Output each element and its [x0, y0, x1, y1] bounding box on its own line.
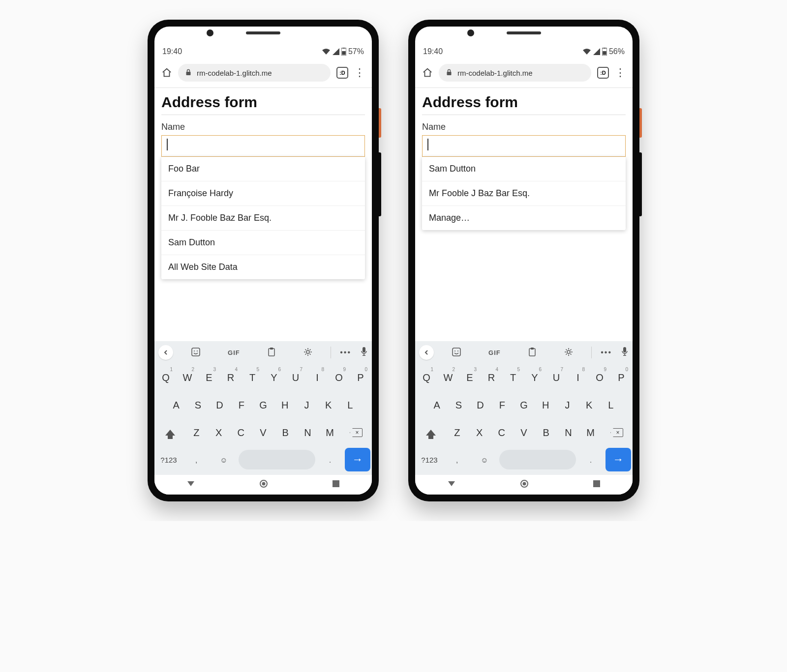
settings-icon[interactable]: [303, 347, 313, 358]
key-j[interactable]: J: [297, 393, 316, 417]
key-v[interactable]: V: [253, 420, 273, 445]
key-y[interactable]: Y6: [525, 365, 545, 390]
key-symbols[interactable]: ?123: [417, 448, 442, 471]
key-enter[interactable]: →: [345, 448, 370, 471]
autofill-option[interactable]: Manage…: [422, 206, 626, 230]
key-v[interactable]: V: [514, 420, 534, 445]
key-g[interactable]: G: [514, 393, 534, 417]
autofill-option[interactable]: All Web Site Data: [161, 255, 365, 279]
key-x[interactable]: X: [469, 420, 489, 445]
key-r[interactable]: R4: [482, 365, 501, 390]
nav-home-icon[interactable]: [259, 479, 268, 490]
key-h[interactable]: H: [536, 393, 555, 417]
url-bar[interactable]: rm-codelab-1.glitch.me: [439, 64, 591, 82]
name-input[interactable]: [422, 135, 626, 157]
key-o[interactable]: O9: [590, 365, 609, 390]
mic-icon[interactable]: [621, 347, 629, 358]
key-period[interactable]: .: [317, 448, 343, 471]
key-m[interactable]: M: [580, 420, 601, 445]
autofill-option[interactable]: Mr J. Fooble Baz Bar Esq.: [161, 206, 365, 231]
home-icon[interactable]: [422, 67, 433, 78]
nav-back-icon[interactable]: [447, 480, 456, 489]
clipboard-icon[interactable]: [267, 347, 276, 358]
key-r[interactable]: R4: [221, 365, 241, 390]
key-q[interactable]: Q1: [417, 365, 436, 390]
key-q[interactable]: Q1: [156, 365, 176, 390]
key-d[interactable]: D: [210, 393, 229, 417]
autofill-option[interactable]: Sam Dutton: [161, 231, 365, 255]
name-input[interactable]: [161, 135, 365, 157]
key-h[interactable]: H: [275, 393, 295, 417]
volume-button[interactable]: [379, 152, 381, 216]
key-c[interactable]: C: [231, 420, 251, 445]
autofill-option[interactable]: Sam Dutton: [422, 157, 626, 181]
more-icon[interactable]: •••: [335, 348, 356, 357]
power-button[interactable]: [379, 108, 381, 138]
key-t[interactable]: T5: [503, 365, 523, 390]
key-k[interactable]: K: [579, 393, 599, 417]
key-backspace[interactable]: ×: [603, 420, 631, 445]
clipboard-icon[interactable]: [528, 347, 537, 358]
key-emoji[interactable]: ☺: [211, 448, 237, 471]
mic-icon[interactable]: [360, 347, 368, 358]
key-j[interactable]: J: [557, 393, 577, 417]
key-b[interactable]: B: [275, 420, 296, 445]
nav-home-icon[interactable]: [520, 479, 529, 490]
key-c[interactable]: C: [491, 420, 512, 445]
key-t[interactable]: T5: [242, 365, 262, 390]
nav-back-icon[interactable]: [186, 480, 195, 489]
tabs-button[interactable]: :D: [597, 67, 609, 79]
collapse-icon[interactable]: [419, 345, 434, 360]
key-p[interactable]: P0: [351, 365, 370, 390]
key-u[interactable]: U7: [546, 365, 566, 390]
key-z[interactable]: Z: [186, 420, 207, 445]
volume-button[interactable]: [639, 152, 642, 216]
key-b[interactable]: B: [536, 420, 556, 445]
key-shift[interactable]: [156, 420, 184, 445]
key-shift[interactable]: [417, 420, 445, 445]
gif-button[interactable]: GIF: [488, 349, 501, 356]
key-a[interactable]: A: [166, 393, 186, 417]
settings-icon[interactable]: [564, 347, 574, 358]
more-icon[interactable]: •••: [596, 348, 617, 357]
key-d[interactable]: D: [470, 393, 490, 417]
key-comma[interactable]: ,: [444, 448, 470, 471]
key-n[interactable]: N: [298, 420, 318, 445]
key-l[interactable]: L: [601, 393, 621, 417]
key-space[interactable]: [499, 450, 576, 469]
sticker-icon[interactable]: [452, 347, 461, 358]
key-s[interactable]: S: [188, 393, 208, 417]
key-a[interactable]: A: [427, 393, 447, 417]
key-w[interactable]: W2: [178, 365, 197, 390]
key-w[interactable]: W2: [438, 365, 458, 390]
sticker-icon[interactable]: [191, 347, 201, 358]
key-f[interactable]: F: [232, 393, 251, 417]
key-symbols[interactable]: ?123: [156, 448, 182, 471]
key-enter[interactable]: →: [605, 448, 631, 471]
key-e[interactable]: E3: [199, 365, 219, 390]
key-x[interactable]: X: [209, 420, 229, 445]
key-p[interactable]: P0: [611, 365, 631, 390]
gif-button[interactable]: GIF: [228, 349, 240, 356]
key-e[interactable]: E3: [460, 365, 480, 390]
home-icon[interactable]: [161, 67, 172, 78]
url-bar[interactable]: rm-codelab-1.glitch.me: [178, 64, 331, 82]
key-i[interactable]: I8: [568, 365, 588, 390]
key-z[interactable]: Z: [447, 420, 467, 445]
key-i[interactable]: I8: [307, 365, 327, 390]
key-s[interactable]: S: [449, 393, 468, 417]
key-u[interactable]: U7: [286, 365, 305, 390]
key-space[interactable]: [239, 450, 315, 469]
key-comma[interactable]: ,: [183, 448, 209, 471]
key-k[interactable]: K: [319, 393, 338, 417]
collapse-icon[interactable]: [158, 345, 173, 360]
nav-recent-icon[interactable]: [593, 480, 601, 490]
key-f[interactable]: F: [492, 393, 512, 417]
autofill-option[interactable]: Mr Fooble J Baz Bar Esq.: [422, 181, 626, 206]
autofill-option[interactable]: Foo Bar: [161, 157, 365, 181]
key-backspace[interactable]: ×: [342, 420, 370, 445]
key-g[interactable]: G: [253, 393, 273, 417]
key-y[interactable]: Y6: [264, 365, 284, 390]
key-l[interactable]: L: [340, 393, 360, 417]
key-period[interactable]: .: [578, 448, 604, 471]
